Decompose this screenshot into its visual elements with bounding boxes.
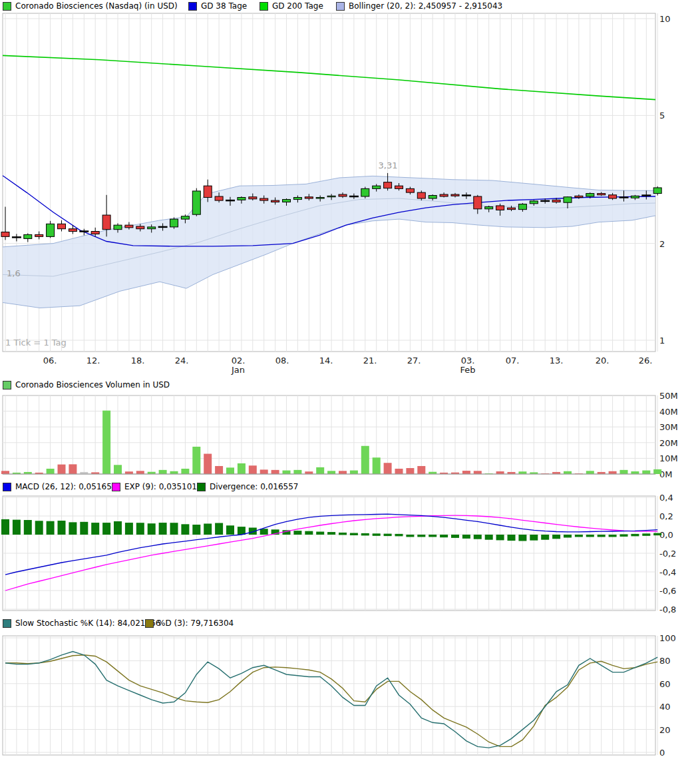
svg-text:5: 5: [659, 111, 665, 121]
svg-text:60: 60: [659, 679, 671, 689]
exp-swatch: [112, 483, 120, 491]
svg-text:20.: 20.: [596, 356, 610, 366]
svg-text:08.: 08.: [275, 356, 289, 366]
legend-item-divergence: Divergence: 0,016557: [197, 482, 298, 491]
macd-legend: MACD (26, 12): 0,051658 EXP (9): 0,03510…: [0, 482, 700, 493]
price-legend: Coronado Biosciences (Nasdaq) (in USD) G…: [0, 1, 700, 12]
legend-item-macd: MACD (26, 12): 0,051658: [3, 482, 116, 491]
svg-text:10: 10: [659, 14, 671, 24]
svg-text:10M: 10M: [659, 453, 678, 463]
svg-text:24.: 24.: [175, 356, 189, 366]
svg-text:06.: 06.: [43, 356, 57, 366]
svg-text:Jan: Jan: [231, 365, 245, 375]
gd200-label: GD 200 Tage: [272, 1, 323, 11]
svg-text:14.: 14.: [319, 356, 333, 366]
gd38-swatch: [188, 2, 197, 11]
stock-chart-page: { "colors": { "candle_up": "#2ec82e", "c…: [0, 0, 700, 763]
svg-text:40M: 40M: [659, 407, 678, 417]
svg-text:40: 40: [659, 702, 671, 712]
svg-text:2: 2: [659, 239, 665, 249]
legend-item-price: Coronado Biosciences (Nasdaq) (in USD): [3, 1, 178, 11]
svg-text:26.: 26.: [639, 356, 653, 366]
price-series-swatch: [3, 2, 11, 11]
stoch-k-swatch: [3, 619, 11, 628]
svg-text:0,4: 0,4: [659, 493, 673, 503]
svg-text:100: 100: [659, 633, 676, 643]
svg-text:50M: 50M: [659, 391, 678, 401]
svg-text:-0,4: -0,4: [659, 567, 676, 577]
svg-text:0,2: 0,2: [659, 511, 673, 521]
gd38-label: GD 38 Tage: [201, 1, 247, 11]
svg-text:3,31: 3,31: [379, 160, 398, 170]
macd-swatch: [3, 483, 11, 491]
stochastic-legend: Slow Stochastic %K (14): 84,021166 %D (3…: [0, 619, 700, 629]
svg-text:80: 80: [659, 656, 671, 666]
bollinger-label: Bollinger (20, 2): 2,450957 - 2,915043: [349, 1, 502, 11]
svg-text:Feb: Feb: [460, 365, 475, 375]
gd200-swatch: [260, 2, 268, 11]
svg-text:12.: 12.: [87, 356, 100, 366]
macd-label: MACD (26, 12): 0,051658: [15, 482, 116, 491]
svg-text:20: 20: [659, 725, 671, 735]
divergence-label: Divergence: 0,016557: [210, 482, 298, 491]
svg-text:02.: 02.: [232, 356, 246, 366]
svg-text:07.: 07.: [506, 356, 520, 366]
svg-text:30M: 30M: [659, 422, 678, 432]
svg-text:18.: 18.: [131, 356, 145, 366]
stoch-k-label: Slow Stochastic %K (14): 84,021166: [15, 619, 160, 628]
legend-item-stoch-d: %D (3): 79,716304: [145, 619, 234, 628]
svg-text:0: 0: [659, 748, 665, 758]
exp-label: EXP (9): 0,035101: [124, 482, 197, 491]
volume-swatch: [3, 381, 11, 389]
svg-text:-0,2: -0,2: [659, 549, 676, 559]
stoch-d-swatch: [145, 619, 154, 628]
volume-label: Coronado Biosciences Volumen in USD: [15, 380, 170, 389]
svg-text:1,6: 1,6: [7, 268, 21, 278]
svg-text:13.: 13.: [550, 356, 564, 366]
legend-item-stoch-k: Slow Stochastic %K (14): 84,021166: [3, 619, 160, 628]
svg-text:21.: 21.: [363, 356, 377, 366]
stoch-d-label: %D (3): 79,716304: [158, 619, 234, 628]
legend-item-exp: EXP (9): 0,035101: [112, 482, 197, 491]
svg-text:03.: 03.: [461, 356, 475, 366]
legend-item-gd38: GD 38 Tage: [188, 1, 247, 11]
legend-item-bollinger: Bollinger (20, 2): 2,450957 - 2,915043: [336, 1, 502, 11]
svg-text:27.: 27.: [407, 356, 421, 366]
legend-item-gd200: GD 200 Tage: [260, 1, 323, 11]
divergence-swatch: [197, 483, 206, 491]
bollinger-swatch: [336, 2, 345, 11]
svg-text:-0,8: -0,8: [659, 605, 676, 615]
svg-text:1: 1: [659, 336, 665, 346]
price-series-label: Coronado Biosciences (Nasdaq) (in USD): [15, 1, 178, 11]
legend-item-volume: Coronado Biosciences Volumen in USD: [3, 380, 170, 389]
svg-text:1 Tick = 1 Tag: 1 Tick = 1 Tag: [5, 338, 67, 348]
volume-legend: Coronado Biosciences Volumen in USD: [0, 380, 700, 391]
svg-text:20M: 20M: [659, 438, 678, 448]
svg-text:-0,6: -0,6: [659, 586, 676, 596]
